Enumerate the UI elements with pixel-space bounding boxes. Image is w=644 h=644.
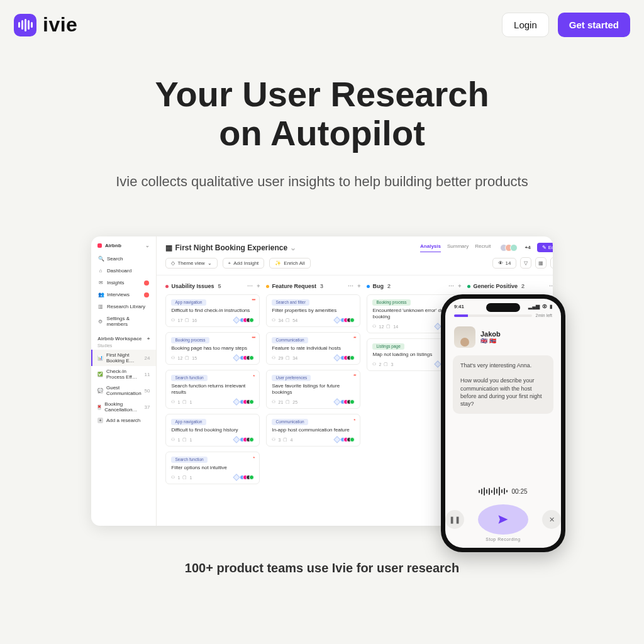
column-usability: Usability Issues 5 ⋯ + *** App navigatio… <box>165 283 260 518</box>
insight-card[interactable]: App navigation Difficult to find booking… <box>165 414 260 447</box>
status-icon <box>334 355 341 362</box>
status-icon <box>334 317 341 324</box>
study-item[interactable]: ✖Booking Cancellation…37 <box>91 399 156 415</box>
chevron-down-icon[interactable]: ⌄ <box>290 243 296 252</box>
comment-icon: ▢ <box>384 362 388 367</box>
view-selector[interactable]: ◇Theme view⌄ <box>165 258 217 269</box>
collaborator-avatars[interactable] <box>502 244 518 252</box>
sidebar-item-interviews[interactable]: 👥Interviews <box>95 289 152 300</box>
column-add[interactable]: + <box>458 283 461 289</box>
sidebar-item-search[interactable]: 🔍Search <box>95 253 152 264</box>
studies-label: Studies <box>91 343 156 350</box>
hero-subtitle: Ivie collects qualitative user insights … <box>38 174 606 190</box>
wifi-icon: ⦿ <box>542 304 547 309</box>
card-tag: Communication <box>272 337 308 343</box>
search-icon: 🔍 <box>98 256 103 262</box>
card-tag: Listings page <box>372 343 404 350</box>
card-tag: Communication <box>272 419 308 425</box>
eye-icon: 👁 <box>498 260 503 266</box>
people-icon: ⚇ <box>272 355 275 360</box>
filter-button[interactable]: ▽ <box>520 257 531 269</box>
send-button[interactable] <box>478 504 528 535</box>
pause-button[interactable]: ❚❚ <box>445 510 464 529</box>
page-title: ▦First Night Booking Experience⌄ <box>165 243 296 252</box>
host-avatar <box>454 326 475 348</box>
column-add[interactable]: + <box>357 283 360 289</box>
column-menu[interactable]: ⋯ <box>348 283 353 289</box>
card-title: In-app host communication feature <box>272 427 355 433</box>
close-button[interactable]: ✕ <box>542 510 561 529</box>
plus-icon: + <box>228 260 231 266</box>
collaborator-overflow[interactable]: +4 <box>525 245 531 250</box>
column-feature: Feature Request 3 ⋯ + Search and filter … <box>266 283 360 518</box>
get-started-button[interactable]: Get started <box>558 13 630 37</box>
add-research[interactable]: +Add a research <box>91 415 156 426</box>
card-tag: Search and filter <box>272 299 309 306</box>
inbox-icon: ✉ <box>98 280 103 286</box>
column-menu[interactable]: ⋯ <box>448 283 454 289</box>
add-insight-button[interactable]: +Add Insight <box>223 258 265 269</box>
tab-summary[interactable]: Summary <box>447 243 469 252</box>
column-menu[interactable]: ⋯ <box>247 283 253 289</box>
people-icon: ⚇ <box>272 437 275 442</box>
sidebar-item-library[interactable]: ▥Research Library <box>95 301 152 312</box>
pencil-icon: ✎ <box>542 245 547 250</box>
signal-icon: ▂▄▆ <box>528 304 540 309</box>
study-item[interactable]: ✅Check-In Process Eff…11 <box>91 366 156 382</box>
library-icon: ▥ <box>98 304 103 309</box>
wand-icon: ✨ <box>275 260 281 266</box>
status-icon <box>233 399 240 406</box>
layout-button[interactable]: ▦ <box>535 257 547 269</box>
search-button[interactable]: 🔍 <box>550 257 553 269</box>
home-icon: ⌂ <box>98 268 103 274</box>
plus-icon[interactable]: + <box>147 336 150 341</box>
comment-icon: ▢ <box>182 399 187 404</box>
close-icon: ✕ <box>549 516 555 524</box>
grid-icon: ▦ <box>538 260 543 266</box>
brand[interactable]: ivie <box>14 13 77 36</box>
study-item[interactable]: 💬Guest Communication50 <box>91 382 156 399</box>
status-icon <box>334 399 341 406</box>
people-icon: ⚇ <box>171 399 175 404</box>
insight-card[interactable]: Search and filter Filter properties by a… <box>266 294 360 327</box>
card-tag: App navigation <box>171 419 206 425</box>
product-screenshot: Airbnb ⌄ 🔍Search ⌂Dashboard ✉Insights 👥I… <box>91 236 553 526</box>
filter-icon: ▽ <box>524 260 528 266</box>
study-item[interactable]: 📊First Night Booking E…24 <box>91 350 156 366</box>
phone-mockup: 9:41 ▂▄▆⦿▮ 2min left Jakob 🇬🇧 🇳🇴 That's … <box>441 294 565 552</box>
hero: Your User Research on Autopilot Ivie col… <box>0 43 644 196</box>
tab-recruit[interactable]: Recruit <box>475 243 491 252</box>
card-title: Filter properties by amenities <box>272 308 355 314</box>
view-tabs: Analysis Summary Recruit <box>420 243 491 252</box>
insight-card[interactable]: *** Booking process Booking page has too… <box>165 332 260 365</box>
enrich-all-button[interactable]: ✨Enrich All <box>269 258 310 269</box>
visibility-count[interactable]: 👁14 <box>492 258 517 269</box>
tab-analysis[interactable]: Analysis <box>420 243 441 252</box>
time-left: 2min left <box>536 313 552 318</box>
insight-card[interactable]: *** App navigation Difficult to find che… <box>165 294 260 327</box>
workspace-switcher[interactable]: Airbnb ⌄ <box>91 236 156 253</box>
message-bubble: That's very interesting Anna. How would … <box>453 355 553 414</box>
card-title: Feature to rate individual hosts <box>272 345 355 352</box>
people-icon: ⚇ <box>171 475 175 480</box>
insight-card[interactable]: * Communication In-app host communicatio… <box>266 414 360 447</box>
brand-mark-icon <box>14 14 36 36</box>
column-add[interactable]: + <box>257 283 260 289</box>
insight-card[interactable]: * Search function Filter options not int… <box>165 452 260 484</box>
card-tag: Booking process <box>372 299 410 306</box>
column-menu[interactable]: ⋯ <box>549 283 553 289</box>
card-avatars <box>342 399 355 404</box>
column-header: Feature Request 3 ⋯ + <box>266 283 360 289</box>
insight-card[interactable]: ** User preferences Save favorite listin… <box>266 370 360 409</box>
sidebar-item-settings[interactable]: ⚙Settings & members <box>95 313 152 330</box>
people-icon: ⚇ <box>171 437 175 442</box>
progress-bar <box>454 314 532 317</box>
edit-button[interactable]: ✎Edit <box>537 243 553 252</box>
card-title: Save favorite listings for future bookin… <box>272 383 355 396</box>
sidebar-item-insights[interactable]: ✉Insights <box>95 277 152 288</box>
study-icon: ✅ <box>97 372 103 377</box>
insight-card[interactable]: * Search function Search function return… <box>165 370 260 409</box>
login-button[interactable]: Login <box>502 13 549 37</box>
insight-card[interactable]: ** Communication Feature to rate individ… <box>266 332 360 365</box>
sidebar-item-dashboard[interactable]: ⌂Dashboard <box>95 265 152 276</box>
